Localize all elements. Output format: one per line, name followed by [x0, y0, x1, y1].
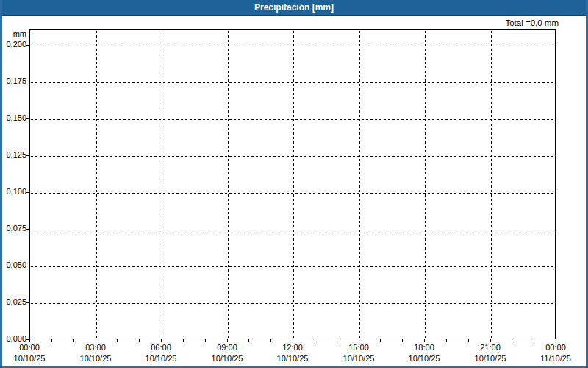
x-axis-tick	[51, 339, 52, 342]
x-tick-date-label: 10/10/25	[137, 354, 184, 364]
x-tick-date-label: 10/10/25	[72, 354, 119, 364]
x-axis-tick	[139, 339, 140, 342]
y-axis-tick	[26, 45, 29, 46]
x-axis-tick	[424, 339, 425, 342]
x-axis-tick	[205, 339, 206, 342]
x-tick-time-label: 00:00	[532, 343, 579, 353]
x-axis-tick	[337, 339, 337, 342]
x-axis-tick	[512, 339, 512, 342]
x-tick-date-label: 11/10/25	[532, 354, 579, 364]
x-tick-date-label: 10/10/25	[467, 354, 514, 364]
x-tick-time-label: 21:00	[467, 343, 514, 353]
y-axis-tick	[26, 155, 29, 156]
y-tick-label: 0,175	[0, 77, 26, 86]
x-tick-time-label: 00:00	[6, 343, 53, 353]
y-axis-tick	[26, 118, 29, 119]
total-label: Total =0,0 mm	[505, 18, 559, 28]
y-tick-label: 0,075	[0, 224, 26, 233]
gridline-vertical	[491, 31, 492, 339]
y-axis-tick	[26, 229, 29, 230]
x-axis-tick	[468, 339, 469, 342]
x-axis-tick	[380, 339, 381, 342]
x-axis-tick	[446, 339, 447, 342]
y-axis-tick	[26, 266, 29, 266]
y-axis-tick	[26, 192, 29, 193]
chart-title-bar: Precipitación [mm]	[0, 0, 588, 16]
x-tick-time-label: 18:00	[401, 343, 448, 353]
x-tick-time-label: 06:00	[137, 343, 184, 353]
y-tick-label: 0,100	[0, 187, 26, 197]
x-axis-tick	[29, 339, 30, 342]
y-tick-label: 0,050	[0, 261, 26, 270]
x-axis-tick	[74, 339, 74, 342]
x-axis-tick	[534, 339, 534, 342]
x-axis-tick	[315, 339, 315, 342]
gridline-vertical	[228, 31, 229, 339]
chart-title: Precipitación [mm]	[254, 0, 334, 15]
y-tick-label: 0,025	[0, 297, 26, 307]
y-axis-tick	[26, 82, 29, 82]
x-axis-tick	[293, 339, 293, 342]
y-tick-label: 0,125	[0, 150, 26, 160]
x-tick-date-label: 10/10/25	[269, 354, 316, 364]
x-axis-tick	[359, 339, 359, 342]
y-axis-unit-label: mm	[0, 30, 26, 38]
x-tick-time-label: 09:00	[204, 343, 251, 353]
x-axis-tick	[402, 339, 403, 342]
plot-area	[29, 29, 556, 339]
gridline-vertical	[425, 31, 426, 339]
y-tick-label: 0,200	[0, 40, 26, 49]
x-tick-date-label: 10/10/25	[335, 354, 382, 364]
x-axis-tick	[248, 339, 249, 342]
x-axis-tick	[117, 339, 118, 342]
gridline-vertical	[96, 31, 97, 339]
x-axis-tick	[270, 339, 271, 342]
x-axis-tick	[556, 339, 556, 342]
x-axis-tick	[96, 339, 96, 342]
x-tick-date-label: 10/10/25	[401, 354, 448, 364]
gridline-vertical	[293, 31, 294, 339]
x-axis-tick	[183, 339, 184, 342]
x-tick-date-label: 10/10/25	[204, 354, 251, 364]
x-tick-time-label: 12:00	[269, 343, 316, 353]
gridline-vertical	[162, 31, 162, 339]
window-border-left	[0, 0, 2, 368]
y-tick-label: 0,150	[0, 113, 26, 123]
x-tick-time-label: 15:00	[335, 343, 382, 353]
x-tick-time-label: 03:00	[72, 343, 119, 353]
gridline-vertical	[359, 31, 360, 339]
y-axis-tick	[26, 302, 29, 303]
chart-window: Precipitación [mm] Total =0,0 mm mm 0,00…	[0, 0, 588, 368]
x-tick-date-label: 10/10/25	[6, 354, 53, 364]
x-axis-tick	[490, 339, 491, 342]
x-axis-tick	[227, 339, 228, 342]
x-axis-tick	[161, 339, 162, 342]
